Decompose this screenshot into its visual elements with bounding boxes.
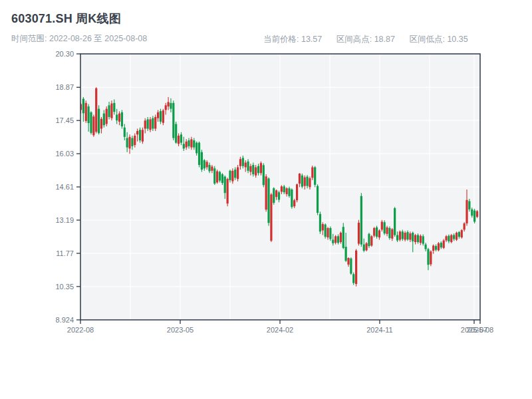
- candle-body: [211, 166, 213, 170]
- candle-body: [424, 245, 426, 249]
- candle: [394, 207, 396, 237]
- candle: [213, 166, 215, 185]
- candle-body: [180, 134, 182, 142]
- candle: [98, 105, 100, 134]
- candle-body: [128, 137, 130, 149]
- candle-body: [255, 168, 257, 176]
- candle-body: [201, 152, 203, 170]
- candle-body: [420, 236, 422, 243]
- candle-body: [438, 243, 440, 251]
- candle-body: [422, 236, 424, 243]
- candle-body: [304, 178, 306, 186]
- candle: [154, 114, 156, 131]
- candle: [201, 150, 203, 172]
- candle-body: [406, 232, 408, 239]
- candle: [325, 223, 327, 239]
- candle: [216, 170, 218, 184]
- candle-body: [325, 225, 327, 237]
- candle-body: [443, 241, 445, 248]
- candle-body: [409, 233, 411, 239]
- candle-body: [170, 103, 172, 109]
- candle-body: [234, 170, 236, 178]
- candle: [270, 193, 272, 242]
- candle: [376, 225, 378, 238]
- candle: [430, 250, 432, 266]
- candle: [340, 231, 342, 243]
- candle-body: [432, 245, 434, 251]
- candle-body: [384, 222, 386, 233]
- candle-body: [144, 120, 146, 128]
- candle: [368, 233, 370, 248]
- candle-body: [363, 245, 365, 251]
- candle-body: [154, 117, 156, 129]
- candle-body: [92, 116, 94, 135]
- candle-body: [365, 243, 367, 251]
- candle-body: [224, 177, 226, 194]
- candle-body: [167, 102, 169, 106]
- candle: [319, 211, 321, 233]
- candle-body: [329, 228, 331, 239]
- candle-body: [299, 174, 301, 184]
- candle-body: [291, 190, 293, 207]
- candle-body: [263, 165, 265, 185]
- candle: [142, 128, 144, 144]
- candle-body: [239, 159, 241, 166]
- candle: [162, 109, 164, 126]
- candle: [461, 229, 463, 239]
- candle-body: [139, 130, 141, 140]
- candle: [237, 165, 239, 182]
- candle-body: [98, 109, 100, 134]
- candle-body: [82, 99, 84, 114]
- candle-body: [427, 249, 429, 265]
- candle-body: [257, 166, 259, 174]
- candle-body: [370, 236, 372, 245]
- candle: [90, 111, 92, 134]
- candle-body: [453, 235, 455, 239]
- candle: [296, 184, 298, 202]
- candle-body: [334, 236, 336, 243]
- candle-body: [319, 214, 321, 231]
- candle: [473, 209, 475, 223]
- candle-body: [126, 138, 128, 148]
- y-tick-label: 10.35: [55, 283, 74, 291]
- candle-body: [221, 174, 223, 183]
- candle: [106, 106, 108, 126]
- candle-body: [124, 128, 126, 137]
- candle-body: [108, 105, 110, 117]
- candle-body: [186, 142, 188, 148]
- candle-body: [368, 234, 370, 246]
- candle-body: [317, 186, 319, 213]
- candle-body: [237, 168, 239, 180]
- candle-body: [113, 103, 115, 112]
- candle: [456, 231, 458, 241]
- candle-body: [281, 186, 283, 192]
- candle-body: [468, 201, 470, 209]
- candle: [476, 210, 478, 218]
- candle-body: [231, 171, 233, 182]
- candle-body: [85, 103, 87, 121]
- candle-body: [183, 144, 185, 148]
- candle-body: [149, 119, 151, 130]
- candle: [95, 87, 97, 133]
- candle-body: [381, 221, 383, 229]
- candle-body: [103, 114, 105, 126]
- candle-body: [88, 106, 90, 123]
- candle-body: [458, 232, 460, 237]
- candle-body: [203, 160, 205, 168]
- x-tick-label: 2024-02: [267, 326, 293, 334]
- candle: [198, 142, 200, 168]
- y-tick-label: 16.03: [55, 150, 74, 158]
- candle-body: [414, 235, 416, 243]
- candle-body: [247, 162, 249, 171]
- candle-body: [106, 109, 108, 124]
- candle: [110, 100, 112, 120]
- candle: [329, 226, 331, 241]
- candle: [355, 249, 357, 287]
- candle-body: [193, 140, 195, 148]
- candle-body: [165, 105, 167, 110]
- candle-body: [190, 139, 192, 147]
- y-tick-label: 20.30: [55, 50, 74, 58]
- candle: [314, 166, 316, 188]
- candle-body: [100, 119, 102, 129]
- candle: [350, 257, 352, 275]
